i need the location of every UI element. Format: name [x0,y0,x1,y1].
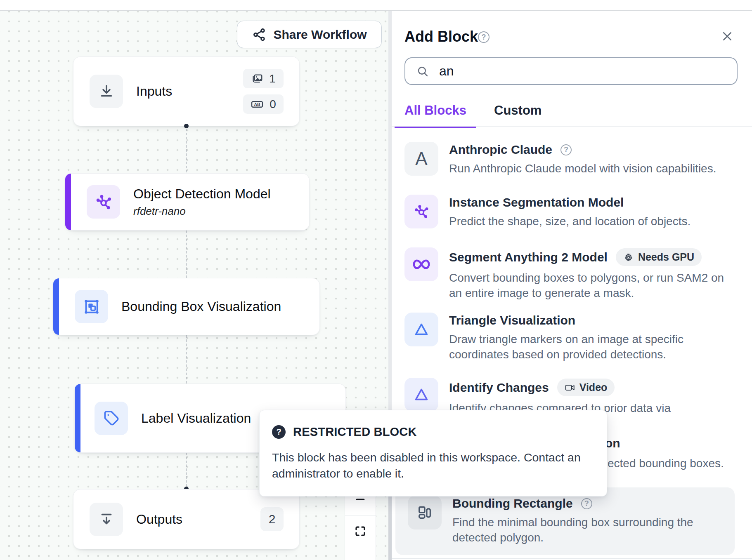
hidden-block-description-fragment: ected bounding boxes. [608,457,724,470]
help-icon[interactable]: ? [581,498,592,509]
block-item-triangle-visualization[interactable]: Triangle Visualization Draw triangle mar… [404,313,736,362]
gpu-chip-icon [623,252,634,263]
block-description: Find the minimal bounding box surroundin… [452,515,717,545]
question-badge-icon: ? [272,425,286,439]
block-search-input[interactable] [439,64,687,79]
share-workflow-label: Share Workflow [273,28,367,42]
video-camera-icon [565,382,575,393]
object-detection-model-title: Object Detection Model [133,186,271,202]
tooltip-title: RESTRICTED BLOCK [293,425,417,439]
block-name: Identify Changes [449,381,549,395]
block-search [404,57,738,85]
block-name: Segment Anything 2 Model [449,250,608,264]
fit-view-button[interactable] [345,515,376,547]
share-workflow-button[interactable]: Share Workflow [237,21,382,48]
help-icon[interactable]: ? [560,144,572,155]
block-name: Triangle Visualization [449,313,575,327]
ab-text-icon: AB [251,98,264,111]
inputs-node-title: Inputs [136,84,172,99]
model-molecule-icon [87,185,120,219]
block-item-bounding-rectangle[interactable]: Bounding Rectangle ? Find the minimal bo… [408,496,717,545]
triangle-icon [404,378,438,412]
molecule-icon [404,195,438,228]
share-icon [252,27,267,42]
tooltip-body: This block has been disabled in this wor… [272,449,602,482]
close-icon [721,30,733,42]
needs-gpu-label: Needs GPU [638,251,694,263]
label-visualization-title: Label Visualization [141,411,251,426]
tabs-divider [392,126,752,127]
bounding-box-visualization-node[interactable]: Bounding Box Visualization [53,278,320,335]
panel-title: Add Block [404,28,478,45]
tag-icon [95,402,128,435]
meta-infinity-icon [404,247,438,281]
node-accent-bar [53,278,59,335]
tab-all-blocks[interactable]: All Blocks [395,103,476,128]
tab-custom[interactable]: Custom [494,103,542,118]
map-button[interactable] [345,547,376,560]
search-icon [416,65,429,78]
list-divider [392,558,752,559]
block-description: Draw triangle markers on an image at spe… [449,332,736,362]
block-description: Predict the shape, size, and location of… [449,214,691,229]
close-panel-button[interactable] [720,29,735,44]
hidden-block-title-fragment: on [605,436,620,450]
layout-shapes-icon [408,496,442,529]
top-strip [0,0,752,11]
image-input-badge: 1 [243,69,284,88]
block-name: Instance Segmentation Model [449,195,624,209]
edge-bbox-to-label [186,335,187,384]
download-icon [90,75,123,108]
text-input-count: 0 [270,98,276,111]
outputs-node[interactable]: Outputs 2 [73,489,300,549]
outputs-count-badge: 2 [260,507,284,531]
video-chip: Video [557,379,615,396]
bounding-box-visualization-title: Bounding Box Visualization [121,299,281,314]
svg-text:AB: AB [254,102,260,107]
node-accent-bar [65,174,71,230]
edge-label-to-outputs [186,453,187,487]
object-detection-model-subtitle: rfdetr-nano [133,205,271,218]
text-input-badge: AB 0 [243,94,284,114]
block-name: Anthropic Claude [449,143,552,157]
fullscreen-brackets-icon [354,525,367,537]
inputs-output-port[interactable] [184,124,189,128]
video-label: Video [579,381,608,393]
block-description: Run Anthropic Claude model with vision c… [449,161,716,176]
outputs-node-title: Outputs [136,512,182,527]
needs-gpu-chip: Needs GPU [616,248,702,266]
inputs-node[interactable]: Inputs 1 AB 0 [73,56,300,126]
triangle-icon [404,313,438,346]
block-name: Bounding Rectangle [452,496,573,511]
node-accent-bar [75,384,80,452]
letter-a-icon: A [404,142,438,176]
tray-download-icon [90,503,123,536]
block-item-instance-segmentation[interactable]: Instance Segmentation Model Predict the … [404,195,691,229]
block-description: Convert bounding boxes to polygons, or r… [449,270,736,301]
edge-inputs-to-model [186,129,187,172]
bounding-box-icon [75,290,108,323]
image-input-count: 1 [269,72,276,85]
restricted-block-tooltip: ? RESTRICTED BLOCK This block has been d… [259,410,607,496]
images-icon [251,73,263,85]
edge-model-to-bbox [186,231,187,278]
add-block-help-icon[interactable]: ? [478,31,490,43]
block-item-segment-anything-2[interactable]: Segment Anything 2 Model Needs GPU Conve… [404,247,736,301]
object-detection-model-node[interactable]: Object Detection Model rfdetr-nano [65,173,310,231]
block-item-anthropic-claude[interactable]: A Anthropic Claude ? Run Anthropic Claud… [404,142,716,176]
